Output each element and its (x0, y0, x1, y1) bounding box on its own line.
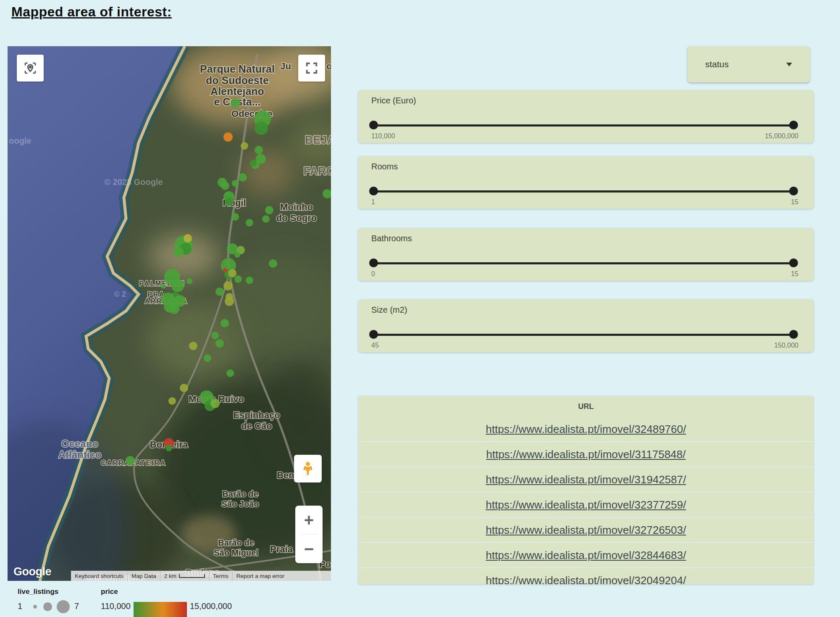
listing-dot[interactable] (189, 342, 197, 350)
dashboard: Mapped area of interest: (0, 0, 840, 617)
listing-dot[interactable] (265, 206, 273, 214)
listing-dot[interactable] (262, 215, 270, 223)
listing-dot[interactable] (228, 269, 236, 277)
size-slider-handle-min[interactable] (369, 330, 378, 339)
map-place-label: do Sogro (276, 213, 317, 223)
listing-dot[interactable] (223, 281, 233, 290)
report-map-error-link[interactable]: Report a map error (232, 571, 288, 581)
fullscreen-button[interactable] (298, 55, 325, 82)
table-row: https://www.idealista.pt/imovel/32844683… (358, 542, 814, 567)
listing-dot[interactable] (169, 304, 179, 314)
listing-link[interactable]: https://www.idealista.pt/imovel/32489760… (486, 423, 686, 436)
listing-dot[interactable] (241, 142, 248, 150)
size-legend-dot-large (57, 600, 70, 613)
page-title: Mapped area of interest: (11, 4, 172, 20)
table-row: https://www.idealista.pt/imovel/32377259… (358, 492, 814, 517)
listing-dot[interactable] (220, 319, 229, 327)
size-slider-track[interactable] (373, 334, 794, 336)
listing-dot[interactable] (225, 198, 233, 206)
bathrooms-filter-card: Bathrooms 0 15 (358, 228, 814, 281)
listing-dot[interactable] (210, 399, 220, 408)
listing-dot[interactable] (250, 160, 257, 166)
status-dropdown[interactable]: status (688, 46, 810, 82)
size-legend-min: 1 (18, 601, 22, 611)
bathrooms-slider-track[interactable] (373, 262, 794, 264)
price-slider-track[interactable] (373, 124, 794, 127)
table-row: https://www.idealista.pt/imovel/32489760… (358, 417, 814, 441)
listing-dot[interactable] (211, 332, 219, 339)
listing-dot[interactable] (168, 397, 176, 405)
listing-dot[interactable] (239, 173, 247, 182)
url-table: URL https://www.idealista.pt/imovel/3248… (358, 396, 814, 584)
listing-dot[interactable] (226, 293, 233, 301)
listing-dot[interactable] (204, 354, 211, 362)
listing-dot[interactable] (223, 268, 227, 272)
listing-dot[interactable] (215, 339, 224, 348)
map-legend: live_listings 1 7 price 110,000 15,000,0… (0, 586, 344, 617)
area-select-button[interactable] (17, 55, 44, 82)
zoom-in-button[interactable]: + (295, 506, 323, 534)
status-dropdown-label: status (705, 59, 729, 69)
listing-dot[interactable] (246, 277, 253, 284)
listing-dot[interactable] (161, 284, 166, 289)
listing-dot[interactable] (126, 456, 135, 465)
listing-dot[interactable] (171, 279, 184, 292)
rooms-slider-handle-min[interactable] (369, 187, 378, 195)
listing-link[interactable]: https://www.idealista.pt/imovel/32726503… (486, 524, 686, 537)
listing-dot[interactable] (173, 247, 184, 257)
size-legend-dot-small (33, 605, 37, 609)
map-copyright-watermark: © 2 (114, 290, 126, 298)
price-slider-label: Price (Euro) (371, 96, 416, 105)
terms-link[interactable]: Terms (209, 571, 232, 581)
listing-link[interactable]: https://www.idealista.pt/imovel/32049204… (486, 574, 686, 585)
bathrooms-slider-handle-min[interactable] (369, 258, 378, 267)
map-place-label: Alentejano (210, 85, 264, 97)
listing-dot[interactable] (255, 146, 263, 154)
map-scale: 2 km (160, 571, 209, 581)
listing-dot[interactable] (226, 369, 234, 377)
listing-dot[interactable] (269, 259, 277, 268)
rooms-slider-track[interactable] (373, 190, 794, 192)
map-canvas[interactable]: © 2023 Googleoogle© 2 Parque Naturaldo S… (8, 46, 331, 581)
price-slider-handle-min[interactable] (369, 121, 378, 129)
listing-dot[interactable] (221, 182, 229, 190)
listing-dot[interactable] (165, 445, 172, 451)
size-legend-dot-medium (43, 602, 52, 611)
listing-link[interactable]: https://www.idealista.pt/imovel/31175848… (486, 448, 685, 461)
rooms-slider-handle-max[interactable] (789, 187, 798, 195)
google-logo[interactable]: Google (13, 565, 51, 578)
listing-link[interactable]: https://www.idealista.pt/imovel/32844683… (486, 549, 686, 562)
size-slider-handle-max[interactable] (789, 330, 798, 339)
price-filter-card: Price (Euro) 110,000 15,000,000 (358, 90, 814, 143)
listing-dot[interactable] (215, 287, 224, 296)
price-slider-min-value: 110,000 (371, 132, 395, 140)
listing-dot[interactable] (231, 213, 239, 221)
map-place-label: Parque Natural (200, 63, 275, 75)
price-slider-handle-max[interactable] (789, 121, 798, 129)
zoom-out-button[interactable]: − (295, 535, 323, 563)
listing-dot[interactable] (234, 252, 240, 258)
listing-link[interactable]: https://www.idealista.pt/imovel/32377259… (486, 498, 686, 512)
table-row: https://www.idealista.pt/imovel/32049204… (358, 567, 814, 584)
listing-dot[interactable] (184, 234, 192, 243)
size-slider-label: Size (m2) (371, 305, 407, 315)
listing-dot[interactable] (223, 132, 233, 142)
listing-dot[interactable] (246, 219, 253, 227)
listing-dot[interactable] (231, 98, 240, 108)
bathrooms-slider-handle-max[interactable] (789, 258, 798, 267)
keyboard-shortcuts-link[interactable]: Keyboard shortcuts (71, 571, 127, 581)
listing-dot[interactable] (232, 180, 239, 187)
map-data-link[interactable]: Map Data (127, 571, 160, 581)
listing-dot[interactable] (255, 121, 268, 135)
listing-dot[interactable] (180, 384, 188, 392)
size-range-slider (358, 330, 814, 339)
listing-dot[interactable] (186, 278, 192, 284)
map-place-label: Ben (277, 470, 294, 480)
table-row: https://www.idealista.pt/imovel/32726503… (358, 517, 814, 542)
listing-dot[interactable] (234, 275, 242, 283)
pegman-button[interactable] (294, 455, 322, 483)
listing-dot[interactable] (161, 293, 175, 306)
listing-link[interactable]: https://www.idealista.pt/imovel/31942587… (486, 473, 686, 486)
map-place-label: Espinhaço (233, 410, 280, 420)
price-gradient-bar (134, 602, 187, 617)
